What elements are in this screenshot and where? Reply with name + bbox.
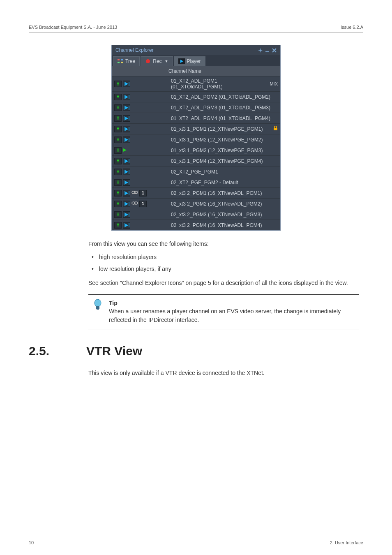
column-header-row: Channel Name [112, 66, 280, 76]
h-icon: H [114, 222, 122, 229]
channel-name: 01_xt3 1_PGM3 (12_XTNewPGE_PGM3) [171, 148, 278, 153]
list-item: low resolution players, if any [88, 265, 359, 273]
svg-point-9 [134, 202, 138, 204]
play-bracket-icon [123, 136, 130, 143]
play-bracket-icon [123, 158, 130, 164]
table-row[interactable]: H01_XT2_ADL_PGM2 (01_XTOldADL_PGM2) [112, 91, 280, 102]
table-row[interactable]: H02_XT2_PGE_PGM1 [112, 166, 280, 177]
channel-list: H01_XT2_ADL_PGM1 (01_XTOldADL_PGM1)MIXH0… [112, 76, 280, 230]
tab-player-label: Player [187, 58, 201, 64]
channel-name: 01_XT2_ADL_PGM4 (01_XTOldADL_PGM4) [171, 116, 278, 121]
channel-name: 01_XT2_ADL_PGM3 (01_XTOldADL_PGM3) [171, 105, 278, 111]
link-icon [131, 201, 138, 207]
table-row[interactable]: H102_xt3 2_PGM2 (16_XTNewADL_PGM2) [112, 198, 280, 209]
tab-tree[interactable]: Tree [113, 56, 140, 66]
table-row[interactable]: H02_XT2_PGE_PGM2 - Default [112, 177, 280, 187]
table-row[interactable]: H01_xt3 1_PGM4 (12_XTNewPGE_PGM4) [112, 155, 280, 166]
section-number: 2.5. [29, 344, 70, 358]
panel-titlebar: Channel Explorer [112, 45, 280, 55]
h-icon: H [114, 211, 122, 218]
play-bracket-icon [123, 81, 130, 87]
tip-label: Tip [109, 300, 118, 306]
table-row[interactable]: H01_XT2_ADL_PGM4 (01_XTOldADL_PGM4) [112, 113, 280, 123]
lightbulb-icon [93, 299, 102, 311]
section-heading: 2.5. VTR View [29, 344, 363, 358]
channel-name: 01_xt3 1_PGM2 (12_XTNewPGE_PGM2) [171, 137, 278, 143]
svg-rect-5 [274, 128, 277, 130]
channel-name: 02_xt3 2_PGM3 (16_XTNewADL_PGM3) [171, 212, 278, 217]
pin-icon[interactable] [258, 48, 263, 53]
play-icon [123, 148, 128, 153]
channel-name: 02_xt3 2_PGM1 (16_XTNewADL_PGM1) [171, 190, 278, 196]
table-row[interactable]: H01_xt3 1_PGM3 (12_XTNewPGE_PGM3) [112, 145, 280, 155]
column-header-name: Channel Name [168, 68, 201, 74]
tab-rec[interactable]: Rec ▼ [141, 56, 173, 66]
tab-bar: Tree Rec ▼ Player [112, 55, 280, 66]
channel-name: 01_XT2_ADL_PGM2 (01_XTOldADL_PGM2) [171, 94, 278, 100]
channel-explorer-panel: Channel Explorer Tree Rec ▼ [111, 45, 281, 231]
chevron-down-icon: ▼ [165, 59, 168, 63]
h-icon: H [114, 104, 122, 111]
footer-section: 2. User Interface [330, 540, 363, 545]
svg-rect-2 [121, 59, 123, 60]
tip-body: When a user renames a player channel on … [109, 308, 341, 323]
h-icon: H [114, 179, 122, 186]
channel-name: 01_XT2_ADL_PGM1 (01_XTOldADL_PGM1) [171, 78, 268, 90]
table-row[interactable]: H02_xt3 2_PGM4 (16_XTNewADL_PGM4) [112, 220, 280, 230]
table-row[interactable]: H01_xt3 1_PGM1 (12_XTNewPGE_PGM1) [112, 123, 280, 134]
one-icon: 1 [139, 201, 147, 207]
section-body: This view is only available if a VTR dev… [88, 369, 359, 377]
h-icon: H [114, 147, 122, 154]
page-header: EVS Broadcast Equipment S.A. - June 2013… [29, 25, 363, 32]
channel-name: 02_xt3 2_PGM4 (16_XTNewADL_PGM4) [171, 222, 278, 228]
table-row[interactable]: H01_xt3 1_PGM2 (12_XTNewPGE_PGM2) [112, 134, 280, 145]
section-title: VTR View [86, 344, 142, 358]
h-icon: H [114, 136, 122, 143]
h-icon: H [114, 126, 122, 132]
svg-point-10 [95, 299, 101, 307]
lock-icon [273, 126, 278, 132]
h-icon: H [114, 158, 122, 164]
see-section-text: See section "Channel Explorer Icons" on … [88, 279, 359, 287]
tree-icon [118, 59, 123, 64]
table-row[interactable]: H102_xt3 2_PGM1 (16_XTNewADL_PGM1) [112, 187, 280, 198]
svg-rect-0 [265, 51, 269, 52]
close-icon[interactable] [272, 48, 277, 53]
play-bracket-icon [123, 211, 130, 218]
link-icon [131, 190, 138, 196]
play-bracket-icon [123, 115, 130, 122]
tab-tree-label: Tree [125, 58, 135, 64]
svg-rect-11 [96, 306, 99, 309]
table-row[interactable]: H01_XT2_ADL_PGM1 (01_XTOldADL_PGM1)MIX [112, 76, 280, 91]
minimize-icon[interactable] [265, 48, 270, 53]
play-bracket-icon [123, 222, 130, 229]
svg-rect-12 [97, 309, 99, 310]
h-icon: H [114, 115, 122, 122]
table-row[interactable]: H02_xt3 2_PGM3 (16_XTNewADL_PGM3) [112, 209, 280, 220]
h-icon: H [114, 190, 122, 197]
h-icon: H [114, 169, 122, 175]
tip-box: Tip When a user renames a player channel… [88, 294, 359, 329]
table-row[interactable]: H01_XT2_ADL_PGM3 (01_XTOldADL_PGM3) [112, 102, 280, 113]
list-item: high resolution players [88, 253, 359, 261]
svg-point-7 [134, 191, 138, 194]
h-icon: H [114, 201, 122, 207]
tab-rec-label: Rec [153, 58, 161, 64]
play-bracket-icon [123, 126, 130, 132]
svg-rect-4 [121, 62, 123, 63]
one-icon: 1 [139, 190, 147, 197]
channel-name: 01_xt3 1_PGM4 (12_XTNewPGE_PGM4) [171, 158, 278, 164]
h-icon: H [114, 81, 122, 87]
play-bracket-icon [123, 169, 130, 175]
tab-player[interactable]: Player [174, 56, 205, 66]
play-bracket-icon [123, 179, 130, 186]
play-bracket-icon [123, 201, 130, 207]
channel-name: 02_XT2_PGE_PGM2 - Default [171, 180, 278, 185]
play-bracket-icon [123, 104, 130, 111]
svg-rect-3 [118, 62, 120, 63]
mix-suffix: MIX [270, 81, 278, 86]
page-footer: 10 2. User Interface [29, 540, 363, 545]
play-bracket-icon [123, 94, 130, 100]
player-icon [178, 58, 185, 64]
bullet-list: high resolution players low resolution p… [88, 253, 359, 273]
